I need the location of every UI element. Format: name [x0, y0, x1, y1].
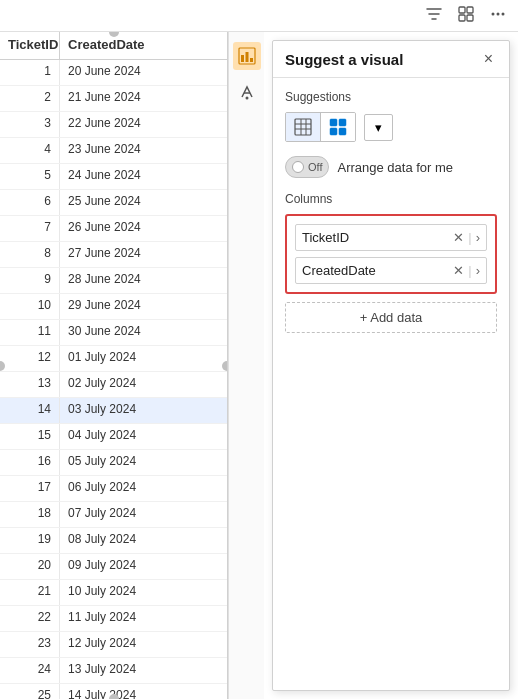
cell-id: 25 — [0, 684, 60, 699]
toggle-dot — [292, 161, 304, 173]
cell-id: 8 — [0, 242, 60, 267]
arrange-toggle[interactable]: Off — [285, 156, 329, 178]
column-name: CreatedDate — [302, 263, 453, 278]
add-data-button[interactable]: + Add data — [285, 302, 497, 333]
remove-column-icon[interactable]: ✕ — [453, 263, 464, 278]
expand-column-icon[interactable]: › — [476, 230, 480, 245]
svg-rect-19 — [330, 128, 337, 135]
resize-handle-right[interactable] — [222, 361, 228, 371]
table-row[interactable]: 13 02 July 2024 — [0, 372, 227, 398]
cell-date: 04 July 2024 — [60, 424, 227, 449]
cell-id: 2 — [0, 86, 60, 111]
table-row[interactable]: 21 10 July 2024 — [0, 580, 227, 606]
toolbar — [0, 0, 518, 32]
table-row[interactable]: 19 08 July 2024 — [0, 528, 227, 554]
cell-id: 19 — [0, 528, 60, 553]
cell-id: 3 — [0, 112, 60, 137]
table-row[interactable]: 12 01 July 2024 — [0, 346, 227, 372]
filter-icon[interactable] — [422, 4, 446, 27]
cell-date: 12 July 2024 — [60, 632, 227, 657]
table-row[interactable]: 6 25 June 2024 — [0, 190, 227, 216]
chart-icon[interactable] — [233, 42, 261, 70]
table-row[interactable]: 15 04 July 2024 — [0, 424, 227, 450]
cell-date: 23 June 2024 — [60, 138, 227, 163]
cell-id: 16 — [0, 450, 60, 475]
table-row[interactable]: 16 05 July 2024 — [0, 450, 227, 476]
cell-id: 13 — [0, 372, 60, 397]
cell-id: 23 — [0, 632, 60, 657]
cell-date: 01 July 2024 — [60, 346, 227, 371]
table-row[interactable]: 7 26 June 2024 — [0, 216, 227, 242]
cell-id: 12 — [0, 346, 60, 371]
cell-id: 17 — [0, 476, 60, 501]
table-row[interactable]: 4 23 June 2024 — [0, 138, 227, 164]
svg-rect-20 — [339, 128, 346, 135]
layout-icon[interactable] — [454, 4, 478, 27]
cell-date: 10 July 2024 — [60, 580, 227, 605]
cell-id: 9 — [0, 268, 60, 293]
svg-point-11 — [245, 97, 248, 100]
cell-date: 24 June 2024 — [60, 164, 227, 189]
cell-id: 14 — [0, 398, 60, 423]
suggest-header: Suggest a visual × — [273, 41, 509, 78]
cell-id: 22 — [0, 606, 60, 631]
cell-id: 4 — [0, 138, 60, 163]
svg-point-4 — [492, 13, 495, 16]
table-row[interactable]: 1 20 June 2024 — [0, 60, 227, 86]
remove-column-icon[interactable]: ✕ — [453, 230, 464, 245]
cell-date: 27 June 2024 — [60, 242, 227, 267]
table-row[interactable]: 14 03 July 2024 — [0, 398, 227, 424]
cell-date: 26 June 2024 — [60, 216, 227, 241]
column-header-createddate: CreatedDate — [60, 32, 227, 59]
cell-date: 14 July 2024 — [60, 684, 227, 699]
cell-date: 11 July 2024 — [60, 606, 227, 631]
more-icon[interactable] — [486, 4, 510, 27]
table-visual-option[interactable] — [286, 113, 321, 141]
table-body[interactable]: 1 20 June 2024 2 21 June 2024 3 22 June … — [0, 60, 227, 699]
svg-rect-2 — [459, 15, 465, 21]
cell-id: 7 — [0, 216, 60, 241]
table-row[interactable]: 11 30 June 2024 — [0, 320, 227, 346]
svg-rect-1 — [467, 7, 473, 13]
table-row[interactable]: 24 13 July 2024 — [0, 658, 227, 684]
table-row[interactable]: 3 22 June 2024 — [0, 112, 227, 138]
cell-id: 1 — [0, 60, 60, 85]
svg-rect-3 — [467, 15, 473, 21]
column-name: TicketID — [302, 230, 453, 245]
svg-rect-17 — [330, 119, 337, 126]
resize-handle-bottom[interactable] — [109, 694, 119, 699]
table-row[interactable]: 10 29 June 2024 — [0, 294, 227, 320]
suggestions-dropdown[interactable]: ▾ — [364, 114, 393, 141]
table-row[interactable]: 20 09 July 2024 — [0, 554, 227, 580]
suggest-content: Suggestions — [273, 78, 509, 690]
table-row[interactable]: 8 27 June 2024 — [0, 242, 227, 268]
cell-date: 29 June 2024 — [60, 294, 227, 319]
visual-options — [285, 112, 356, 142]
content-area: TicketID CreatedDate 1 20 June 2024 2 21… — [0, 32, 518, 699]
table-row[interactable]: 18 07 July 2024 — [0, 502, 227, 528]
cell-id: 21 — [0, 580, 60, 605]
paint-icon[interactable] — [233, 78, 261, 106]
cell-id: 15 — [0, 424, 60, 449]
table-row[interactable]: 22 11 July 2024 — [0, 606, 227, 632]
table-row[interactable]: 5 24 June 2024 — [0, 164, 227, 190]
cell-id: 20 — [0, 554, 60, 579]
table-row[interactable]: 2 21 June 2024 — [0, 86, 227, 112]
cell-date: 28 June 2024 — [60, 268, 227, 293]
right-panel: Suggest a visual × Suggestions — [264, 32, 518, 699]
cell-id: 10 — [0, 294, 60, 319]
table-row[interactable]: 9 28 June 2024 — [0, 268, 227, 294]
suggestions-label: Suggestions — [285, 90, 497, 104]
column-actions: ✕ | › — [453, 230, 480, 245]
close-button[interactable]: × — [480, 49, 497, 69]
columns-label: Columns — [285, 192, 497, 206]
svg-rect-9 — [245, 52, 248, 62]
expand-column-icon[interactable]: › — [476, 263, 480, 278]
cell-date: 22 June 2024 — [60, 112, 227, 137]
cell-date: 13 July 2024 — [60, 658, 227, 683]
action-separator: | — [468, 263, 471, 278]
svg-rect-0 — [459, 7, 465, 13]
table-row[interactable]: 23 12 July 2024 — [0, 632, 227, 658]
grid-visual-option[interactable] — [321, 113, 355, 141]
table-row[interactable]: 17 06 July 2024 — [0, 476, 227, 502]
